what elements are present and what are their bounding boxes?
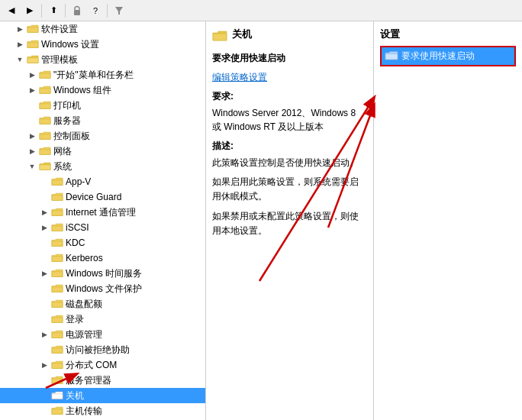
folder-icon-dayinji [38,99,52,111]
tree-label-fangwen: 访问被拒绝协助 [64,344,205,357]
tree-item-ruanjian[interactable]: 软件设置 [0,21,205,37]
tree-label-deviceguard: Device Guard [64,192,205,202]
back-button[interactable]: ◀ [3,2,20,19]
help-button[interactable]: ? [87,2,104,19]
expander-iscsi [38,221,50,234]
svg-rect-0 [74,10,80,15]
requirement-content: Windows Server 2012、Windows 8 或 Windows … [212,106,367,134]
lock-icon [72,5,82,16]
middle-location-title: 关机 [232,27,252,41]
folder-icon-guanli [26,53,40,66]
tree-label-xitong: 系统 [52,160,205,173]
tree-item-winzujian[interactable]: Windows 组件 [0,82,205,98]
desc-line: 如果启用此策略设置，则系统需要启用休眠模式。 [212,175,367,204]
tree-item-wangluo[interactable]: 网络 [0,144,205,159]
tree-label-guanji: 关机 [64,389,205,402]
filter-icon [114,5,124,16]
tree-label-cipanpei: 磁盘配额 [64,298,205,311]
folder-icon-xitong [38,160,52,173]
folder-icon-middle [212,30,227,44]
middle-policy-title: 要求使用快速启动 [212,52,367,65]
tree-item-dianyuan[interactable]: 电源管理 [0,327,205,342]
expander-winzujian [26,84,38,96]
toolbar-separator-2 [65,4,66,18]
up-button[interactable]: ⬆ [45,2,62,19]
folder-icon-wangluo [38,145,52,157]
tree-label-winzujian: Windows 组件 [52,84,205,97]
requirement-label: 要求: [212,90,367,103]
tree-item-xitong[interactable]: 系统 [0,159,205,174]
toolbar-separator [41,4,42,18]
tree-item-fuwu2[interactable]: 服务管理器 [0,373,205,388]
tree-item-wintimesvc[interactable]: Windows 时间服务 [0,266,205,281]
tree-item-kaishi[interactable]: "开始"菜单和任务栏 [0,67,205,82]
folder-icon-denglu [50,313,64,325]
folder-icon-internet [50,206,64,218]
tree-item-internet[interactable]: Internet 通信管理 [0,205,205,220]
tree-item-fenbushi[interactable]: 分布式 COM [0,357,205,373]
tree-item-kongzhimianban[interactable]: 控制面板 [0,128,205,144]
expander-wangluo [26,145,38,157]
description-content: 此策略设置控制是否使用快速启动。如果启用此策略设置，则系统需要启用休眠模式。如果… [212,156,367,238]
tree-label-internet: Internet 通信管理 [64,206,205,219]
folder-icon-kerberos [50,252,64,264]
forward-button[interactable]: ▶ [21,2,38,19]
tree-item-winfilepro[interactable]: Windows 文件保护 [0,281,205,296]
tree-label-wangluo: 网络 [52,145,205,158]
tree-label-kaishi: "开始"菜单和任务栏 [52,69,205,82]
tree-label-kongzhimianban: 控制面板 [52,130,205,143]
tree-item-jishuchuanqi[interactable]: 主机传输 [0,403,205,418]
tree-label-fuwuqi: 服务器 [52,115,205,128]
tree-label-appv: App-V [64,176,205,187]
settings-item[interactable]: 要求使用快速启动 [380,46,516,66]
tree-label-windows: Windows 设置 [40,38,205,51]
folder-icon-deviceguard [50,191,64,203]
expander-guanli [14,53,26,66]
folder-icon-kongzhimianban [38,130,52,142]
tree-label-fenbushi: 分布式 COM [64,359,205,372]
edit-policy-link[interactable]: 编辑策略设置 [212,71,367,84]
tree-label-guanli: 管理模板 [40,53,205,66]
tree-item-kdc[interactable]: KDC [0,235,205,250]
tree-label-dayinji: 打印机 [52,99,205,112]
folder-icon-windows [26,38,40,50]
tree-item-fangwen[interactable]: 访问被拒绝协助 [0,342,205,357]
expander-ruanjian [14,23,26,35]
tree-item-fuwuqi[interactable]: 服务器 [0,113,205,128]
folder-icon-cipanpei [50,298,64,310]
folder-icon-fangwen [50,344,64,356]
tree-label-winfilepro: Windows 文件保护 [64,283,205,296]
tree-item-kerberos[interactable]: Kerberos [0,250,205,266]
folder-icon-jishuchuanqi [50,405,64,417]
expander-kongzhimianban [26,130,38,142]
folder-icon-iscsi [50,221,64,234]
settings-item-label: 要求使用快速启动 [401,50,475,63]
folder-icon-dianyuan [50,328,64,341]
tree-label-kerberos: Kerberos [64,253,205,263]
settings-title: 设置 [380,27,516,41]
desc-line: 此策略设置控制是否使用快速启动。 [212,156,367,170]
tree-panel: 软件设置 Windows 设置 管理模板 "开始"菜单和任务栏 Windows … [0,21,206,420]
expander-kaishi [26,69,38,81]
tree-label-wintimesvc: Windows 时间服务 [64,267,205,280]
middle-panel: 关机 要求使用快速启动 编辑策略设置 要求: Windows Server 20… [206,21,374,420]
desc-line: 如果禁用或未配置此策略设置，则使用本地设置。 [212,209,367,238]
tree-container: 软件设置 Windows 设置 管理模板 "开始"菜单和任务栏 Windows … [0,21,205,418]
tree-item-iscsi[interactable]: iSCSI [0,220,205,235]
expander-wintimesvc [38,267,50,279]
tree-item-guanli[interactable]: 管理模板 [0,52,205,67]
filter-button[interactable] [111,2,127,19]
lock-button[interactable] [69,2,85,19]
tree-label-kdc: KDC [64,237,205,248]
right-panel: 设置 要求使用快速启动 [374,21,522,420]
tree-item-windows[interactable]: Windows 设置 [0,37,205,52]
toolbar-separator-3 [107,4,108,18]
tree-item-dayinji[interactable]: 打印机 [0,98,205,113]
settings-items-container: 要求使用快速启动 [380,46,516,66]
tree-item-appv[interactable]: App-V [0,174,205,189]
tree-item-guanji[interactable]: 关机 [0,388,205,403]
tree-item-cipanpei[interactable]: 磁盘配额 [0,296,205,312]
tree-item-denglu[interactable]: 登录 [0,312,205,327]
folder-icon-fuwu2 [50,374,64,386]
tree-item-deviceguard[interactable]: Device Guard [0,189,205,205]
